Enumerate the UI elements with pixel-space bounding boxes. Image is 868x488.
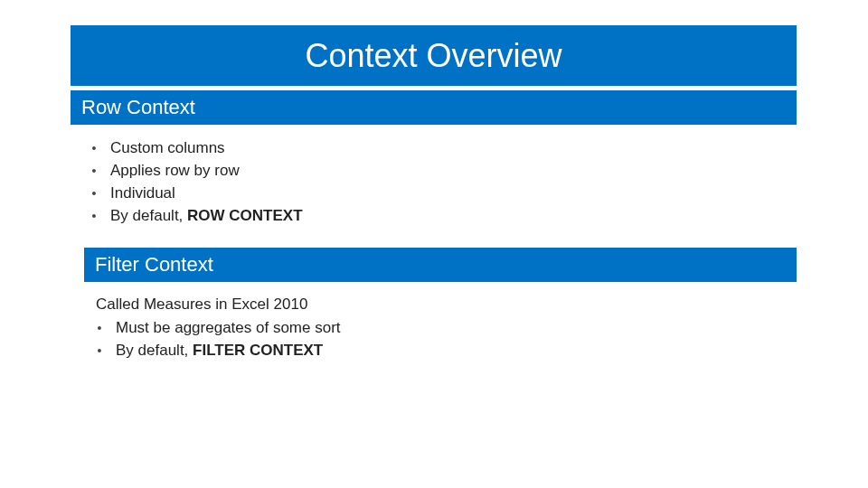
list-item: • By default, FILTER CONTEXT bbox=[96, 340, 797, 362]
list-item-bold: ROW CONTEXT bbox=[187, 207, 303, 224]
section-band-filter-context: Filter Context bbox=[84, 248, 797, 282]
title-band: Context Overview bbox=[71, 25, 797, 90]
list-item-text: By default, FILTER CONTEXT bbox=[116, 341, 797, 361]
list-item-text: Applies row by row bbox=[110, 161, 797, 182]
list-item-bold: FILTER CONTEXT bbox=[193, 342, 323, 359]
bullet-list-row-context: • Custom columns • Applies row by row • … bbox=[71, 125, 797, 240]
lead-text: Called Measures in Excel 2010 bbox=[96, 295, 797, 315]
list-item: • Must be aggregates of some sort bbox=[96, 317, 797, 340]
list-item: • By default, ROW CONTEXT bbox=[90, 205, 797, 228]
bullet-icon: • bbox=[96, 318, 103, 339]
slide-frame: Context Overview Row Context • Custom co… bbox=[71, 25, 797, 375]
list-item: • Individual bbox=[90, 183, 797, 205]
bullet-list-filter-context: Called Measures in Excel 2010 • Must be … bbox=[71, 282, 797, 375]
section-label: Row Context bbox=[81, 96, 195, 119]
slide-title: Context Overview bbox=[305, 37, 561, 75]
bullet-icon: • bbox=[90, 183, 98, 204]
list-item-text: By default, ROW CONTEXT bbox=[110, 206, 797, 227]
list-item-text: Must be aggregates of some sort bbox=[116, 318, 797, 339]
section-band-row-context: Row Context bbox=[71, 90, 797, 125]
list-item-prefix: By default, bbox=[116, 342, 193, 359]
list-item-prefix: By default, bbox=[110, 207, 187, 224]
bullet-icon: • bbox=[90, 161, 98, 182]
bullet-icon: • bbox=[96, 341, 103, 361]
section-label: Filter Context bbox=[95, 253, 213, 277]
bullet-icon: • bbox=[90, 206, 98, 227]
list-item-text: Individual bbox=[110, 183, 797, 204]
bullet-icon: • bbox=[90, 138, 98, 159]
list-item-text: Custom columns bbox=[110, 138, 797, 159]
list-item: • Applies row by row bbox=[90, 160, 797, 183]
list-item: • Custom columns bbox=[90, 137, 797, 160]
